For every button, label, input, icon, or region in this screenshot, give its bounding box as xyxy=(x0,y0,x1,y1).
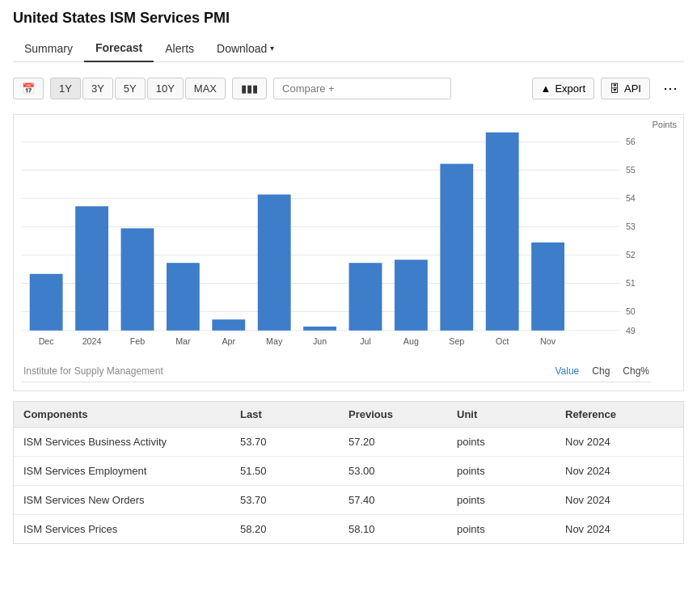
bar-jun xyxy=(303,327,336,331)
row-last: 58.20 xyxy=(240,523,348,535)
svg-text:Jun: Jun xyxy=(313,336,327,346)
bar-nov xyxy=(531,243,564,331)
chart-type-button[interactable]: ▮▮▮ xyxy=(232,78,267,99)
row-reference: Nov 2024 xyxy=(565,436,674,448)
database-icon: 🗄 xyxy=(610,82,620,95)
col-previous: Previous xyxy=(348,408,457,420)
row-last: 51.50 xyxy=(240,465,348,477)
svg-text:Dec: Dec xyxy=(39,336,55,346)
chevron-down-icon: ▾ xyxy=(270,44,274,53)
tab-alerts[interactable]: Alerts xyxy=(154,35,205,61)
row-component: ISM Services Prices xyxy=(23,523,240,535)
bar-may xyxy=(258,195,291,331)
more-options-button[interactable]: ⋯ xyxy=(657,75,684,101)
row-reference: Nov 2024 xyxy=(565,523,674,535)
chart-y-label: Points xyxy=(652,120,677,129)
row-reference: Nov 2024 xyxy=(565,465,674,477)
calendar-button[interactable]: 📅 xyxy=(13,78,44,99)
bar-dec xyxy=(30,274,63,331)
svg-text:Mar: Mar xyxy=(175,336,191,346)
tab-download[interactable]: Download ▾ xyxy=(205,35,285,61)
svg-text:May: May xyxy=(266,336,283,346)
compare-input[interactable] xyxy=(273,78,451,99)
chg-toggle[interactable]: Chg xyxy=(592,365,610,377)
table-row[interactable]: ISM Services Business Activity 53.70 57.… xyxy=(14,428,683,457)
tab-summary[interactable]: Summary xyxy=(13,35,84,61)
row-last: 53.70 xyxy=(240,436,348,448)
tab-forecast[interactable]: Forecast xyxy=(84,35,154,62)
bar-chart-icon: ▮▮▮ xyxy=(241,82,258,95)
page-title: United States ISM Services PMI xyxy=(13,10,684,27)
chgpct-toggle[interactable]: Chg% xyxy=(623,365,649,377)
svg-text:52: 52 xyxy=(626,250,636,259)
export-icon: ▲ xyxy=(541,82,551,95)
bar-aug xyxy=(395,259,428,331)
bar-apr xyxy=(212,319,245,331)
bar-mar xyxy=(167,263,200,331)
table-row[interactable]: ISM Services New Orders 53.70 57.40 poin… xyxy=(14,486,683,515)
chart-source: Institute for Supply Management xyxy=(23,365,163,377)
row-component: ISM Services Business Activity xyxy=(23,436,240,448)
col-reference: Reference xyxy=(565,408,674,420)
svg-text:55: 55 xyxy=(626,165,636,175)
bar-jul xyxy=(349,263,382,331)
api-button[interactable]: 🗄 API xyxy=(601,78,650,99)
row-previous: 57.40 xyxy=(348,494,457,506)
table-row[interactable]: ISM Services Employment 51.50 53.00 poin… xyxy=(14,457,683,486)
page-wrapper: United States ISM Services PMI Summary F… xyxy=(0,0,697,554)
svg-text:54: 54 xyxy=(626,193,636,203)
row-unit: points xyxy=(457,436,565,448)
time-btn-max[interactable]: MAX xyxy=(185,78,226,99)
bar-chart: 56 55 54 53 52 51 50 49 Dec 2024 Feb Mar… xyxy=(22,123,651,357)
svg-text:Nov: Nov xyxy=(540,336,556,346)
bar-sep xyxy=(440,164,473,331)
time-btn-5y[interactable]: 5Y xyxy=(115,78,146,99)
chart-footer: Institute for Supply Management Value Ch… xyxy=(22,361,651,382)
row-component: ISM Services New Orders xyxy=(23,494,240,506)
chart-area: Points 56 55 54 53 52 51 50 49 Dec xyxy=(13,114,684,391)
table-row[interactable]: ISM Services Prices 58.20 58.10 points N… xyxy=(14,515,683,543)
row-previous: 58.10 xyxy=(348,523,457,535)
row-unit: points xyxy=(457,494,565,506)
row-unit: points xyxy=(457,523,565,535)
svg-text:Oct: Oct xyxy=(496,336,509,346)
toolbar: 📅 1Y 3Y 5Y 10Y MAX ▮▮▮ ▲ Export 🗄 API ⋯ xyxy=(13,70,684,106)
row-reference: Nov 2024 xyxy=(565,494,674,506)
col-components: Components xyxy=(23,408,240,420)
chart-footer-controls: Value Chg Chg% xyxy=(555,365,649,377)
components-table: Components Last Previous Unit Reference … xyxy=(13,401,684,544)
svg-text:2024: 2024 xyxy=(82,336,102,346)
svg-text:Apr: Apr xyxy=(222,336,235,346)
svg-text:53: 53 xyxy=(626,222,636,231)
svg-text:56: 56 xyxy=(626,137,636,146)
svg-text:51: 51 xyxy=(626,278,636,288)
svg-text:49: 49 xyxy=(626,326,636,335)
time-range-buttons: 1Y 3Y 5Y 10Y MAX xyxy=(50,78,226,99)
svg-text:50: 50 xyxy=(626,306,636,316)
col-unit: Unit xyxy=(457,408,565,420)
svg-text:Feb: Feb xyxy=(130,336,145,346)
time-btn-1y[interactable]: 1Y xyxy=(50,78,81,99)
bar-feb xyxy=(121,228,154,330)
svg-text:Jul: Jul xyxy=(360,336,371,346)
table-header-row: Components Last Previous Unit Reference xyxy=(14,402,683,428)
bar-oct xyxy=(486,133,519,331)
svg-text:Aug: Aug xyxy=(403,336,419,346)
svg-text:Sep: Sep xyxy=(449,336,464,346)
row-previous: 53.00 xyxy=(348,465,457,477)
export-button[interactable]: ▲ Export xyxy=(532,78,594,99)
calendar-icon: 📅 xyxy=(22,82,35,95)
row-last: 53.70 xyxy=(240,494,348,506)
row-unit: points xyxy=(457,465,565,477)
bar-2024 xyxy=(75,206,108,331)
col-last: Last xyxy=(240,408,348,420)
row-component: ISM Services Employment xyxy=(23,465,240,477)
time-btn-10y[interactable]: 10Y xyxy=(147,78,184,99)
tab-bar: Summary Forecast Alerts Download ▾ xyxy=(13,35,684,62)
toolbar-right: ▲ Export 🗄 API ⋯ xyxy=(532,75,684,101)
value-toggle[interactable]: Value xyxy=(555,365,579,377)
row-previous: 57.20 xyxy=(348,436,457,448)
time-btn-3y[interactable]: 3Y xyxy=(82,78,113,99)
